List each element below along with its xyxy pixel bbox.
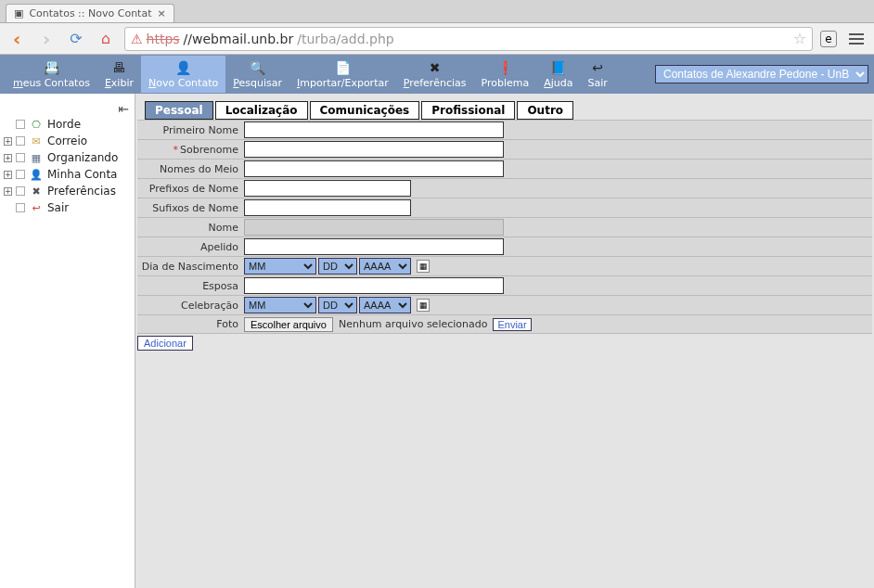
sidebar-item-sair[interactable]: ↩Sair <box>4 199 131 216</box>
tree-node-icon <box>16 186 25 196</box>
label-first-name: Primeiro Nome <box>137 121 242 139</box>
label-last-name: Sobrenome <box>180 144 238 156</box>
sidebar-item-minha-conta[interactable]: +👤Minha Conta <box>4 166 131 183</box>
birthday-day-select[interactable]: DD <box>318 258 357 275</box>
calendar-icon[interactable]: ▦ <box>417 260 430 273</box>
browser-tab[interactable]: ▣ Contatos :: Novo Contat × <box>6 4 174 22</box>
sidebar-icon: ↩ <box>29 201 44 214</box>
label-spouse: Esposa <box>137 276 242 295</box>
label-photo: Foto <box>137 315 242 333</box>
tree-expand-icon[interactable]: + <box>4 154 12 162</box>
forward-button: › <box>35 28 58 50</box>
tree-expand-icon[interactable]: + <box>4 171 12 179</box>
tab-title: Contatos :: Novo Contat <box>29 7 151 19</box>
label-name-prefix: Prefixos de Nome <box>137 179 242 198</box>
choose-file-button[interactable]: Escolher arquivo <box>244 317 333 332</box>
tree-node-icon <box>16 170 25 179</box>
toolbar-label: Exibir <box>105 77 134 89</box>
sidebar-item-organizando[interactable]: +▦Organizando <box>4 149 131 166</box>
main-content: PessoalLocalizaçãoComunicaçõesProfission… <box>135 94 874 588</box>
compat-view-icon[interactable]: e <box>820 31 837 47</box>
anniversary-year-select[interactable]: AAAA <box>359 297 411 313</box>
first-name-input[interactable] <box>244 121 504 138</box>
toolbar-item-3[interactable]: 🔍Pesquisar <box>225 56 289 93</box>
sidebar-item-label: Sair <box>47 201 69 214</box>
toolbar-item-6[interactable]: ❗Problema <box>473 56 536 93</box>
toolbar-item-5[interactable]: ✖Preferências <box>396 56 474 93</box>
bookmark-star-icon[interactable]: ☆ <box>793 30 806 47</box>
toolbar-item-0[interactable]: 📇meus Contatos <box>6 56 97 93</box>
sidebar-item-correio[interactable]: +✉Correio <box>4 133 131 149</box>
middle-names-input[interactable] <box>244 160 504 177</box>
file-status-text: Nenhum arquivo selecionado <box>339 318 488 330</box>
tab-localização[interactable]: Localização <box>215 101 308 120</box>
tab-profissional[interactable]: Profissional <box>421 101 515 120</box>
label-middle-names: Nomes do Meio <box>137 160 242 178</box>
addressbook-select[interactable]: Contatos de Alexandre Pedone - UnB <box>655 65 868 83</box>
sidebar-item-preferências[interactable]: +✖Preferências <box>4 183 131 199</box>
label-nickname: Apelido <box>137 237 242 256</box>
anniversary-day-select[interactable]: DD <box>318 297 357 313</box>
name-suffix-input[interactable] <box>244 199 411 216</box>
add-button[interactable]: Adicionar <box>137 336 193 351</box>
close-icon[interactable]: × <box>157 7 165 19</box>
required-marker: * <box>174 144 179 156</box>
sidebar-icon: ✖ <box>29 185 44 198</box>
sidebar-item-label: Correio <box>47 134 87 147</box>
tree-node-icon <box>16 203 25 212</box>
toolbar-item-2[interactable]: 👤Novo Contato <box>141 56 225 93</box>
sidebar-item-label: Minha Conta <box>47 168 117 181</box>
browser-navbar: ‹ › ⟳ ⌂ ⚠ https //webmail.unb.br/turba/a… <box>0 23 874 55</box>
toolbar-icon: 🖶 <box>110 59 127 76</box>
sidebar-icon: ▦ <box>29 151 44 164</box>
app-toolbar: 📇meus Contatos🖶Exibir👤Novo Contato🔍Pesqu… <box>0 55 874 94</box>
anniversary-month-select[interactable]: MM <box>244 297 316 313</box>
last-name-input[interactable] <box>244 141 504 158</box>
hamburger-menu-button[interactable] <box>844 27 868 51</box>
label-name: Nome <box>137 218 242 236</box>
name-readonly <box>244 219 504 236</box>
toolbar-item-8[interactable]: ↩Sair <box>580 56 614 93</box>
toolbar-icon: 📄 <box>334 59 351 76</box>
tab-outro[interactable]: Outro <box>517 101 573 120</box>
label-birthday: Dia de Nascimento <box>137 257 242 275</box>
toolbar-item-1[interactable]: 🖶Exibir <box>97 56 141 93</box>
calendar-icon[interactable]: ▦ <box>417 299 430 312</box>
spouse-input[interactable] <box>244 277 504 294</box>
tab-comunicações[interactable]: Comunicações <box>310 101 420 120</box>
toolbar-label: meus Contatos <box>13 77 90 89</box>
sidebar-item-horde[interactable]: ⎔Horde <box>4 116 131 133</box>
birthday-year-select[interactable]: AAAA <box>359 258 411 275</box>
tree-node-icon <box>16 136 25 146</box>
sidebar-collapse-icon[interactable]: ⇤ <box>4 101 131 116</box>
toolbar-icon: 👤 <box>175 59 192 76</box>
form-tabs: PessoalLocalizaçãoComunicaçõesProfission… <box>135 94 874 120</box>
birthday-month-select[interactable]: MM <box>244 258 316 275</box>
send-file-button[interactable]: Enviar <box>493 318 531 331</box>
url-scheme: https <box>147 32 180 46</box>
back-button[interactable]: ‹ <box>6 28 28 50</box>
browser-tabbar: ▣ Contatos :: Novo Contat × <box>0 0 874 23</box>
url-bar[interactable]: ⚠ https //webmail.unb.br/turba/add.php ☆ <box>124 27 813 51</box>
sidebar-item-label: Preferências <box>47 185 116 198</box>
sidebar: ⇤ ⎔Horde+✉Correio+▦Organizando+👤Minha Co… <box>0 94 135 588</box>
toolbar-item-7[interactable]: 📘Ajuda <box>536 56 580 93</box>
name-prefix-input[interactable] <box>244 180 411 197</box>
toolbar-item-4[interactable]: 📄Importar/Exportar <box>289 56 396 93</box>
toolbar-label: Importar/Exportar <box>297 77 389 89</box>
tab-favicon: ▣ <box>14 7 23 19</box>
tree-node-icon <box>16 120 25 129</box>
tab-pessoal[interactable]: Pessoal <box>145 101 213 120</box>
home-button[interactable]: ⌂ <box>95 28 117 50</box>
tree-expand-icon[interactable]: + <box>4 137 12 146</box>
reload-button[interactable]: ⟳ <box>65 28 87 50</box>
toolbar-icon: 📘 <box>550 59 567 76</box>
sidebar-item-label: Horde <box>47 118 81 131</box>
toolbar-label: Problema <box>481 77 529 89</box>
sidebar-icon: 👤 <box>29 168 44 181</box>
toolbar-label: Ajuda <box>544 77 572 89</box>
tree-expand-icon[interactable]: + <box>4 187 12 196</box>
sidebar-item-label: Organizando <box>47 151 118 164</box>
nickname-input[interactable] <box>244 238 504 255</box>
contact-form: Primeiro Nome *Sobrenome Nomes do Meio P… <box>135 120 874 334</box>
